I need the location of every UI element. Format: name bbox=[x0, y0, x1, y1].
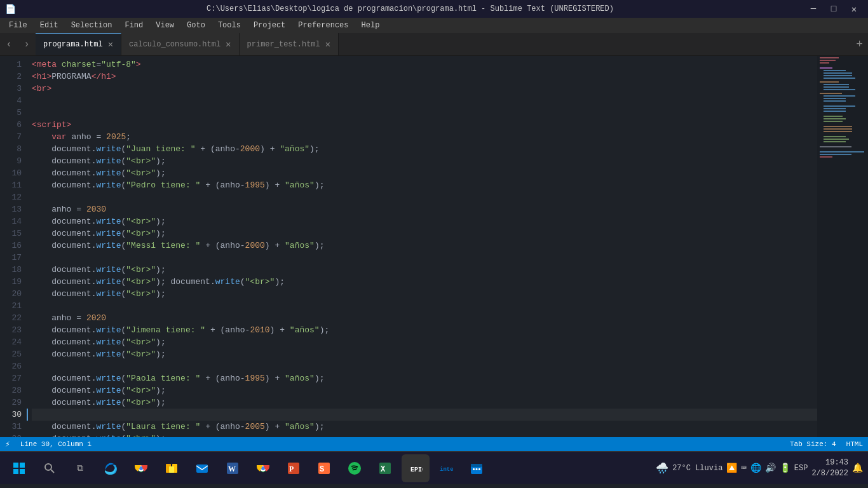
code-line: anho = 2020 bbox=[32, 312, 817, 324]
spotify-icon[interactable] bbox=[341, 454, 369, 482]
line-number: 5 bbox=[0, 107, 22, 119]
start-button[interactable] bbox=[5, 454, 33, 482]
code-line: document.write("Pedro tiene: " + (anho-1… bbox=[32, 179, 817, 191]
svg-rect-10 bbox=[824, 86, 849, 88]
excel-icon[interactable]: X bbox=[371, 454, 399, 482]
intel-icon[interactable]: intel bbox=[432, 454, 460, 482]
tab-label: primer_test.html bbox=[247, 40, 320, 49]
code-line: <h1>PROGRAMA</h1> bbox=[32, 71, 817, 83]
code-line: <script> bbox=[32, 119, 817, 131]
powerpoint-icon[interactable]: P bbox=[280, 454, 308, 482]
svg-point-52 bbox=[348, 462, 361, 475]
code-line: document.write("<br>"); bbox=[32, 348, 817, 360]
menu-file[interactable]: File bbox=[3, 18, 34, 33]
line-number: 20 bbox=[0, 288, 22, 300]
edge-icon[interactable] bbox=[97, 454, 125, 482]
line-number: 23 bbox=[0, 324, 22, 336]
code-line: document.write("<br>"); bbox=[32, 155, 817, 167]
line-number: 16 bbox=[0, 240, 22, 252]
svg-rect-13 bbox=[824, 95, 855, 97]
chrome2-icon[interactable] bbox=[249, 454, 277, 482]
svg-rect-42 bbox=[169, 466, 174, 473]
cursor-position[interactable]: Line 30, Column 1 bbox=[20, 440, 92, 448]
tab-add-area: + bbox=[851, 33, 868, 55]
notifications-bell[interactable]: 🔔 bbox=[852, 463, 863, 473]
svg-rect-33 bbox=[20, 463, 25, 468]
files-icon[interactable] bbox=[158, 454, 186, 482]
status-bar: ⚡ Line 30, Column 1 Tab Size: 4 HTML bbox=[0, 437, 868, 451]
svg-text:X: X bbox=[381, 465, 386, 474]
line-number: 27 bbox=[0, 372, 22, 384]
svg-point-36 bbox=[45, 464, 51, 470]
svg-rect-43 bbox=[196, 464, 208, 473]
calendar-icon[interactable] bbox=[463, 454, 491, 482]
clock-time: 19:43 bbox=[811, 458, 848, 468]
line-number: 12 bbox=[0, 191, 22, 203]
menu-tools[interactable]: Tools bbox=[212, 18, 247, 33]
tab-forward-button[interactable]: › bbox=[18, 33, 36, 55]
svg-rect-1 bbox=[820, 60, 836, 61]
svg-rect-26 bbox=[824, 139, 849, 140]
menu-goto[interactable]: Goto bbox=[180, 18, 212, 33]
menu-preferences[interactable]: Preferences bbox=[292, 18, 355, 33]
line-number: 9 bbox=[0, 155, 22, 167]
svg-text:W: W bbox=[228, 464, 236, 473]
svg-rect-25 bbox=[824, 136, 846, 137]
code-line: document.write("<br>"); bbox=[32, 227, 817, 240]
code-line bbox=[32, 95, 817, 107]
svg-rect-29 bbox=[820, 151, 864, 152]
clock-area[interactable]: 19:43 2/8/2022 bbox=[811, 458, 848, 479]
line-number: 8 bbox=[0, 143, 22, 155]
sublime-icon[interactable]: S bbox=[310, 454, 338, 482]
language-label[interactable]: ESP bbox=[794, 464, 808, 473]
line-number: 24 bbox=[0, 336, 22, 348]
search-button[interactable] bbox=[36, 454, 64, 482]
tab-size[interactable]: Tab Size: 4 bbox=[790, 440, 836, 448]
svg-rect-8 bbox=[820, 81, 839, 83]
code-editor[interactable]: <meta charset="utf-8"> <h1>PROGRAMA</h1>… bbox=[27, 56, 817, 437]
line-number: 1 bbox=[0, 58, 22, 71]
branch-icon: ⚡ bbox=[5, 439, 10, 449]
menu-project[interactable]: Project bbox=[247, 18, 292, 33]
svg-rect-60 bbox=[473, 468, 475, 470]
tab-close-button[interactable]: ✕ bbox=[325, 40, 330, 49]
code-line: document.write("Juan tiene: " + (anho-20… bbox=[32, 143, 817, 155]
code-line bbox=[32, 107, 817, 119]
code-line: document.write("<br>"); bbox=[32, 336, 817, 348]
tab-back-button[interactable]: ‹ bbox=[0, 33, 18, 55]
menu-find[interactable]: Find bbox=[118, 18, 149, 33]
line-number: 15 bbox=[0, 227, 22, 240]
svg-rect-5 bbox=[824, 72, 852, 74]
close-button[interactable]: ✕ bbox=[845, 0, 863, 18]
tab-programa-html[interactable]: programa.html ✕ bbox=[36, 33, 121, 55]
svg-text:P: P bbox=[289, 464, 294, 473]
maximize-button[interactable]: □ bbox=[825, 0, 843, 18]
mail-icon[interactable] bbox=[188, 454, 216, 482]
code-line: <meta charset="utf-8"> bbox=[32, 58, 817, 71]
line-number: 19 bbox=[0, 276, 22, 288]
add-tab-button[interactable]: + bbox=[856, 38, 863, 51]
menu-view[interactable]: View bbox=[149, 18, 180, 33]
word-icon[interactable]: W bbox=[219, 454, 247, 482]
line-number: 32 bbox=[0, 433, 22, 437]
line-number: 29 bbox=[0, 396, 22, 409]
tab-calculo[interactable]: calculo_consumo.html ✕ bbox=[121, 33, 239, 55]
tab-primer-test[interactable]: primer_test.html ✕ bbox=[240, 33, 339, 55]
syntax-label[interactable]: HTML bbox=[846, 440, 863, 448]
epic-games-icon[interactable]: EPIC bbox=[402, 454, 430, 482]
svg-rect-61 bbox=[476, 468, 478, 470]
line-number: 22 bbox=[0, 312, 22, 324]
minimize-button[interactable]: ─ bbox=[804, 0, 822, 18]
code-line: document.write("<br>"); bbox=[32, 288, 817, 300]
taskbar-right: 🌧️ 27°C Lluvia 🔼 ⌨️ 🌐 🔊 🔋 ESP 19:43 2/8/… bbox=[656, 458, 863, 479]
tab-close-button[interactable]: ✕ bbox=[226, 40, 231, 49]
menu-help[interactable]: Help bbox=[355, 18, 386, 33]
window-icon: 📄 bbox=[5, 4, 16, 15]
chrome-icon[interactable] bbox=[127, 454, 155, 482]
code-line bbox=[32, 409, 817, 421]
menu-edit[interactable]: Edit bbox=[34, 18, 65, 33]
task-view-button[interactable]: ⧉ bbox=[66, 454, 94, 482]
svg-rect-18 bbox=[824, 111, 846, 112]
menu-selection[interactable]: Selection bbox=[65, 18, 119, 33]
tab-close-button[interactable]: ✕ bbox=[108, 40, 113, 49]
